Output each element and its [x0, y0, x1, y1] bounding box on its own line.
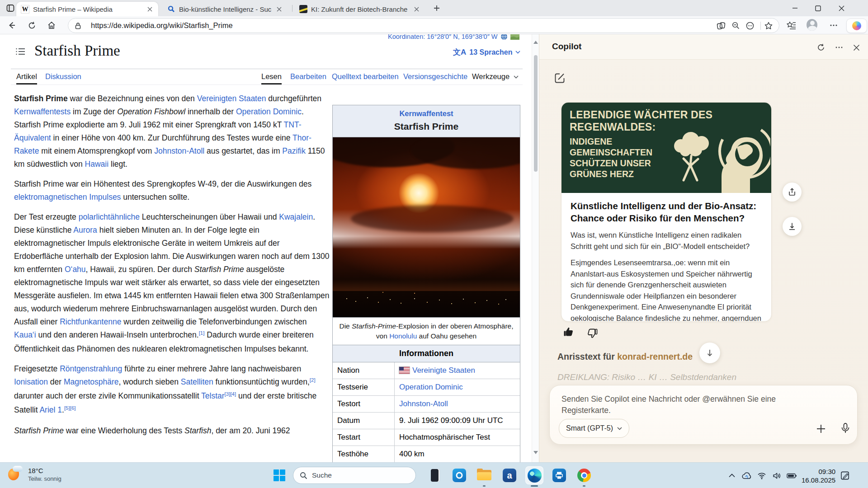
- taskbar-weather-widget[interactable]: 18°C Teilw. sonnig: [7, 465, 61, 484]
- tab-ki-biotech[interactable]: KI: Zukunft der Biotech-Branche D: [295, 2, 425, 16]
- profile-avatar[interactable]: [807, 19, 817, 30]
- volume-icon[interactable]: [772, 471, 782, 481]
- wiki-link[interactable]: Operation Dominic: [399, 383, 463, 391]
- tab-werkzeuge[interactable]: Werkzeuge: [472, 72, 509, 81]
- favorites-list-icon[interactable]: [786, 20, 797, 31]
- tab-wikipedia[interactable]: W Starfish Prime – Wikipedia: [16, 2, 158, 16]
- wiki-link[interactable]: Kernwaffentests: [14, 107, 71, 116]
- reference-link[interactable]: [5][6]: [64, 405, 76, 411]
- page-scrollbar[interactable]: [532, 34, 539, 462]
- wiki-link[interactable]: Vereinigten Staaten: [197, 94, 266, 103]
- refresh-icon[interactable]: [26, 20, 37, 31]
- wiki-link[interactable]: Pazifik: [282, 146, 306, 155]
- home-icon[interactable]: [46, 20, 57, 31]
- wiki-link[interactable]: Johnston-Atoll: [154, 146, 204, 155]
- taskbar-search[interactable]: Suche: [293, 467, 416, 484]
- tab-quelltext[interactable]: Quelltext bearbeiten: [332, 72, 399, 81]
- wifi-icon[interactable]: [757, 471, 767, 481]
- address-bar[interactable]: https://de.wikipedia.org/wiki/Starfish_P…: [68, 18, 779, 33]
- start-button[interactable]: [270, 466, 288, 484]
- chevron-down-icon[interactable]: [514, 75, 519, 79]
- scrollbar-down-arrow[interactable]: [533, 451, 538, 454]
- tab-artikel[interactable]: Artikel: [16, 72, 37, 81]
- language-selector[interactable]: 文A 13 Sprachen: [453, 47, 520, 57]
- copilot-input-placeholder[interactable]: Senden Sie Copilot eine Nachricht oder @…: [561, 394, 778, 416]
- copilot-more-icon[interactable]: [833, 42, 845, 53]
- tab-close-icon[interactable]: [146, 5, 154, 13]
- copilot-close-icon[interactable]: [850, 42, 862, 53]
- onedrive-icon[interactable]: [742, 471, 752, 481]
- copilot-input-box[interactable]: Senden Sie Copilot eine Nachricht oder @…: [549, 385, 858, 445]
- wiki-link[interactable]: elektromagnetischen Impulses: [14, 192, 121, 202]
- wiki-link[interactable]: Kwajalein: [279, 212, 313, 221]
- wiki-link[interactable]: Johnston-Atoll: [399, 399, 448, 408]
- wiki-link[interactable]: Ionisation: [14, 377, 48, 386]
- wiki-link[interactable]: Oʻahu: [65, 265, 86, 274]
- tab-lesen[interactable]: Lesen: [261, 72, 282, 81]
- wiki-link[interactable]: Hawaii: [85, 160, 109, 169]
- scroll-to-bottom-button[interactable]: [699, 343, 720, 363]
- model-selector[interactable]: Smart (GPT-5): [559, 419, 629, 438]
- taskbar-outlook-icon[interactable]: [450, 466, 468, 484]
- tab-diskussion[interactable]: Diskussion: [45, 72, 81, 81]
- explosion-photo[interactable]: [333, 137, 520, 317]
- tab-close-icon[interactable]: [412, 5, 420, 13]
- tab-close-icon[interactable]: [275, 5, 283, 13]
- zoom-out-icon[interactable]: [730, 20, 741, 32]
- taskbar-phone-link-icon[interactable]: [425, 466, 443, 484]
- url-text[interactable]: https://de.wikipedia.org/wiki/Starfish_P…: [91, 21, 715, 30]
- wiki-link[interactable]: Richtfunkantenne: [60, 317, 121, 326]
- reference-link[interactable]: [1]: [199, 330, 205, 336]
- browser-essentials-icon[interactable]: [715, 20, 727, 32]
- wiki-link[interactable]: Satelliten: [181, 377, 213, 386]
- wiki-link[interactable]: Operation Dominic: [236, 107, 302, 116]
- wiki-link[interactable]: Honolulu: [389, 332, 417, 340]
- copilot-refresh-icon[interactable]: [815, 42, 827, 53]
- taskbar-chrome-icon[interactable]: [575, 466, 593, 484]
- taskbar-edge-icon[interactable]: [525, 466, 543, 484]
- battery-icon[interactable]: [787, 471, 797, 481]
- lock-icon[interactable]: [72, 20, 84, 32]
- reference-link[interactable]: [3][4]: [225, 391, 236, 397]
- wiki-link[interactable]: Vereinigte Staaten: [412, 366, 475, 375]
- new-tab-button[interactable]: [433, 5, 440, 12]
- main-menu-icon[interactable]: [15, 47, 25, 56]
- more-tools-circle-icon[interactable]: [744, 20, 756, 32]
- coordinates-line[interactable]: Koordinaten: 16°28′0″ N, 169°38′0″ W: [388, 34, 519, 42]
- thumbs-up-icon[interactable]: [563, 326, 575, 338]
- wiki-link[interactable]: Telstar: [201, 391, 225, 400]
- notification-pen-icon[interactable]: [840, 471, 850, 481]
- reference-link[interactable]: [2]: [310, 377, 316, 383]
- share-button[interactable]: [783, 183, 802, 202]
- wiki-link[interactable]: polarlichtähnliche: [79, 212, 140, 221]
- new-chat-icon[interactable]: [554, 72, 566, 84]
- scrollbar-thumb[interactable]: [534, 55, 538, 172]
- back-icon[interactable]: [6, 20, 17, 31]
- download-button[interactable]: [783, 217, 802, 236]
- wiki-link[interactable]: Ariel 1: [39, 405, 62, 414]
- attach-plus-icon[interactable]: [816, 423, 826, 434]
- taskbar-printer-app-icon[interactable]: [550, 466, 568, 484]
- scrollbar-up-arrow[interactable]: [533, 41, 538, 44]
- microphone-icon[interactable]: [840, 422, 851, 434]
- tab-bearbeiten[interactable]: Bearbeiten: [290, 72, 326, 81]
- thumbs-down-icon[interactable]: [586, 327, 598, 339]
- window-close-button[interactable]: [831, 4, 852, 12]
- favorite-star-icon[interactable]: [763, 20, 774, 32]
- wiki-link[interactable]: Aurora: [73, 225, 97, 235]
- taskbar-explorer-icon[interactable]: [475, 466, 493, 484]
- wiki-link[interactable]: Röntgenstrahlung: [60, 364, 122, 373]
- infobox-category-link[interactable]: Kernwaffentest: [399, 109, 453, 117]
- tab-versionsgeschichte[interactable]: Versionsgeschichte: [403, 72, 467, 81]
- wiki-link[interactable]: Kauaʻi: [14, 330, 36, 339]
- anrisstext-domain[interactable]: konrad-rennert.de: [617, 352, 693, 361]
- settings-ellipsis-icon[interactable]: [828, 20, 839, 31]
- generated-poster-image[interactable]: LEBENDIGE WÄCHTER DES REGENWALDES: INDIG…: [561, 103, 771, 193]
- window-minimize-button[interactable]: [784, 6, 805, 10]
- tab-workspaces-icon[interactable]: [6, 4, 15, 13]
- wiki-link[interactable]: Magnetosphäre: [64, 377, 119, 386]
- tab-search[interactable]: Bio-künstliche Intelligenz - Suche: [163, 2, 288, 16]
- copilot-toolbar-button[interactable]: [846, 19, 867, 33]
- taskbar-app-a-icon[interactable]: a: [500, 466, 519, 484]
- window-maximize-button[interactable]: [807, 4, 828, 12]
